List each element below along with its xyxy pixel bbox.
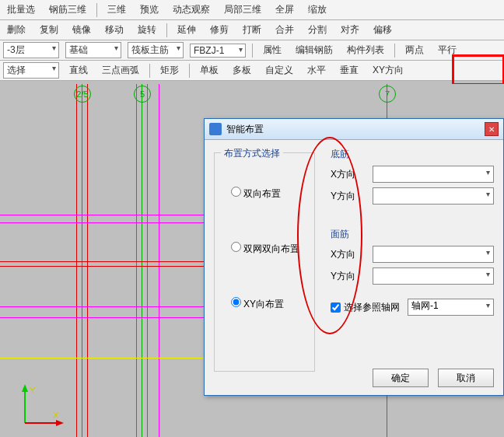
close-icon[interactable]: ✕ <box>485 122 499 136</box>
cancel-button[interactable]: 取消 <box>438 369 494 387</box>
grid-line-v <box>82 84 82 437</box>
axis-y-label: Y <box>30 386 36 395</box>
btn-mirror[interactable]: 镜像 <box>68 22 95 38</box>
radio-xy[interactable]: XY向布置 <box>227 295 306 311</box>
radio-dual-net[interactable]: 双网双向布置 <box>227 239 306 256</box>
grid-line-v <box>147 84 148 437</box>
dropdown-layer[interactable]: -3层 <box>3 42 59 58</box>
grid-label: 5 <box>134 86 151 103</box>
axis-x-label: X <box>53 411 59 420</box>
select-grid[interactable]: 轴网-1 <box>408 299 494 316</box>
btn-properties[interactable]: 属性 <box>259 42 285 58</box>
btn-extend[interactable]: 延伸 <box>173 22 200 38</box>
toolbar-row-4: 选择 直线 三点画弧 矩形 单板 多板 自定义 水平 垂直 XY方向 <box>0 61 504 81</box>
btn-twopoint[interactable]: 两点 <box>401 42 428 58</box>
btn-local3d[interactable]: 局部三维 <box>220 2 265 18</box>
dialog-title: 智能布置 <box>226 123 264 136</box>
dropdown-type[interactable]: 筏板主筋 <box>128 42 184 58</box>
btn-xy[interactable]: XY方向 <box>369 62 408 79</box>
grid-line-v <box>142 84 142 437</box>
select-bottom-y[interactable] <box>373 187 494 205</box>
btn-line[interactable]: 直线 <box>65 62 92 79</box>
separator <box>189 64 190 78</box>
annotation-ellipse <box>297 137 362 334</box>
separator <box>394 44 395 58</box>
toolbar-row-2: 删除 复制 镜像 移动 旋转 延伸 修剪 打断 合并 分割 对齐 偏移 <box>0 20 504 40</box>
btn-component-list[interactable]: 构件列表 <box>343 42 388 58</box>
btn-rect[interactable]: 矩形 <box>156 62 183 79</box>
separator <box>96 3 97 17</box>
grid-line-v <box>159 84 159 437</box>
btn-custom[interactable]: 自定义 <box>261 62 297 79</box>
grid-label: 2/5 <box>74 86 91 103</box>
btn-batch[interactable]: 批量选 <box>3 2 39 18</box>
btn-offset[interactable]: 偏移 <box>369 22 396 38</box>
section-title-bottom: 底筋 <box>331 148 494 161</box>
separator <box>149 64 150 78</box>
btn-break[interactable]: 打断 <box>239 22 265 38</box>
btn-fullscreen[interactable]: 全屏 <box>271 2 298 18</box>
app-icon <box>209 123 222 135</box>
toolbar-row-1: 批量选 钢筋三维 三维 预览 动态观察 局部三维 全屏 缩放 <box>0 0 504 20</box>
highlight-xy-button <box>452 54 504 86</box>
grid-line-v <box>76 84 77 437</box>
grid-label: 7 <box>379 86 396 103</box>
toolbar-row-3: -3层 基础 筏板主筋 FBZJ-1 属性 编辑钢筋 构件列表 两点 平行 <box>0 40 504 61</box>
dialog-titlebar[interactable]: 智能布置 ✕ <box>205 119 503 140</box>
dropdown-base[interactable]: 基础 <box>65 42 121 58</box>
dropdown-code[interactable]: FBZJ-1 <box>190 44 246 58</box>
grid-line-v <box>136 84 137 437</box>
ok-button[interactable]: 确定 <box>373 369 429 387</box>
btn-move[interactable]: 移动 <box>101 22 128 38</box>
group-title: 布置方式选择 <box>221 147 283 160</box>
checkbox-ref-grid[interactable]: 选择参照轴网 轴网-1 <box>331 299 494 316</box>
btn-3d[interactable]: 三维 <box>103 2 130 18</box>
select-top-y[interactable] <box>373 267 494 285</box>
dropdown-select[interactable]: 选择 <box>3 62 59 79</box>
btn-copy[interactable]: 复制 <box>36 22 62 38</box>
select-top-x[interactable] <box>373 246 494 263</box>
btn-merge[interactable]: 合并 <box>271 22 298 38</box>
btn-trim[interactable]: 修剪 <box>206 22 233 38</box>
btn-single-board[interactable]: 单板 <box>196 62 222 79</box>
btn-delete[interactable]: 删除 <box>3 22 30 38</box>
btn-edit-rebar[interactable]: 编辑钢筋 <box>292 42 337 58</box>
btn-horiz[interactable]: 水平 <box>303 62 330 79</box>
axes-gizmo: Y X <box>17 384 64 431</box>
btn-orbit[interactable]: 动态观察 <box>169 2 214 18</box>
separator <box>252 44 253 58</box>
btn-vert[interactable]: 垂直 <box>336 62 362 79</box>
btn-split[interactable]: 分割 <box>304 22 331 38</box>
svg-marker-3 <box>56 420 64 426</box>
radio-bidirectional[interactable]: 双向布置 <box>227 184 306 201</box>
btn-rotate[interactable]: 旋转 <box>134 22 160 38</box>
select-bottom-x[interactable] <box>373 166 494 183</box>
separator <box>166 23 167 37</box>
grid-line-v <box>87 84 88 437</box>
btn-preview[interactable]: 预览 <box>136 2 163 18</box>
btn-zoom[interactable]: 缩放 <box>304 2 331 18</box>
btn-multi-board[interactable]: 多板 <box>229 62 255 79</box>
btn-align[interactable]: 对齐 <box>337 22 363 38</box>
btn-rebar3d[interactable]: 钢筋三维 <box>45 2 90 18</box>
btn-arc[interactable]: 三点画弧 <box>98 62 143 79</box>
svg-marker-1 <box>22 384 28 392</box>
